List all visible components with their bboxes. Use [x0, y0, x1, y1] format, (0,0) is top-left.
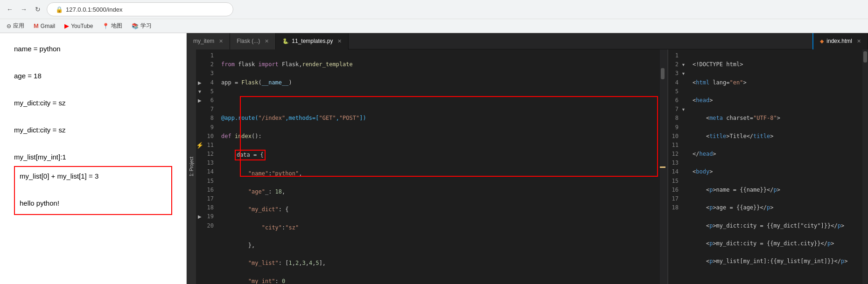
bookmark-gmail[interactable]: M Gmail [31, 21, 58, 30]
refresh-button[interactable]: ↻ [32, 3, 44, 15]
tab-index-html-close[interactable]: ✕ [857, 38, 861, 44]
py-icon: 🐍 [282, 38, 289, 44]
html-line-numbers: 12345 678910 1112131415 161718 [668, 49, 681, 284]
study-icon: 📚 [132, 23, 139, 29]
project-sidebar: 1: Project [187, 49, 196, 284]
html-scrollbar[interactable] [862, 49, 868, 284]
forward-button[interactable]: → [18, 3, 30, 15]
bookmark-apps[interactable]: ⊝ 应用 [4, 21, 27, 31]
maps-icon: 📍 [102, 23, 109, 29]
tab-flask[interactable]: Flask (...) ✕ [230, 33, 276, 49]
python-code[interactable]: from flask import Flask,render_template … [217, 49, 660, 284]
webpage-line-3: my_dict:city = sz [14, 97, 172, 109]
apps-label: 应用 [13, 22, 24, 30]
webpage-content: name = python age = 18 my_dict:city = sz… [0, 33, 187, 284]
address-bar[interactable]: 🔒 127.0.0.1:5000/index [47, 2, 233, 16]
bookmark-maps[interactable]: 📍 地图 [99, 21, 125, 31]
tab-flask-label: Flask (...) [237, 38, 260, 44]
bookmark-youtube[interactable]: ▶ YouTube [62, 21, 96, 30]
python-editor: ▶ ▼ ▶ ⚡ ▶ [196, 49, 665, 284]
youtube-label: YouTube [71, 23, 93, 29]
browser-toolbar: ← → ↻ 🔒 127.0.0.1:5000/index [0, 0, 868, 19]
tab-templates-py[interactable]: 🐍 11_templates.py ✕ [276, 33, 349, 49]
webpage-line-4: my_dict:city = sz [14, 124, 172, 136]
html-editor: 12345 678910 1112131415 161718 ▼ ▼ ▼ [667, 49, 868, 284]
apps-icon: ⊝ [7, 23, 11, 29]
tab-my-item-close[interactable]: ✕ [219, 38, 223, 44]
url-text: 127.0.0.1:5000/index [66, 6, 122, 13]
tab-flask-close[interactable]: ✕ [265, 38, 269, 44]
bookmarks-bar: ⊝ 应用 M Gmail ▶ YouTube 📍 地图 📚 学习 [0, 19, 868, 33]
maps-label: 地图 [111, 22, 122, 30]
webpage-line-1: name = python [14, 42, 172, 55]
ide-area: my_item ✕ Flask (...) ✕ 🐍 11_templates.p… [187, 33, 868, 284]
tab-templates-py-close[interactable]: ✕ [337, 38, 342, 44]
study-label: 学习 [140, 22, 152, 30]
project-label: 1: Project [189, 157, 194, 176]
html-icon: ◆ [820, 38, 824, 44]
browser-chrome: ← → ↻ 🔒 127.0.0.1:5000/index ⊝ 应用 M Gmai… [0, 0, 868, 33]
back-button[interactable]: ← [4, 3, 16, 15]
python-gutter: ▶ ▼ ▶ ⚡ ▶ [196, 49, 203, 284]
nav-buttons: ← → ↻ [4, 3, 44, 15]
webpage-line-6: my_list[0] + my_list[1] = 3 [20, 170, 167, 182]
tab-templates-py-label: 11_templates.py [292, 38, 333, 44]
html-gutter: ▼ ▼ ▼ [681, 49, 688, 284]
gmail-icon: M [34, 22, 39, 29]
tab-index-html-label: index.html [826, 38, 852, 44]
gmail-label: Gmail [41, 23, 55, 29]
bookmark-study[interactable]: 📚 学习 [129, 21, 154, 31]
python-line-numbers: 12345 678910 1112131415 1617181920 [203, 49, 217, 284]
python-scrollbar[interactable] [660, 49, 665, 284]
html-code[interactable]: <!DOCTYPE html> <html lang="en"> <head> … [688, 49, 862, 284]
webpage-line-7: hello python! [20, 197, 167, 209]
tab-my-item-label: my_item [193, 38, 214, 44]
tab-index-html[interactable]: ◆ index.html ✕ [812, 33, 868, 49]
ide-tabs: my_item ✕ Flask (...) ✕ 🐍 11_templates.p… [187, 33, 868, 49]
webpage-line-2: age = 18 [14, 69, 172, 82]
main-area: name = python age = 18 my_dict:city = sz… [0, 33, 868, 284]
webpage-highlighted-box: my_list[0] + my_list[1] = 3 hello python… [14, 166, 172, 215]
tab-my-item[interactable]: my_item ✕ [187, 33, 230, 49]
lock-icon: 🔒 [56, 6, 63, 13]
youtube-icon: ▶ [64, 22, 69, 29]
webpage-line-5: my_list[my_int]:1 [14, 151, 172, 163]
